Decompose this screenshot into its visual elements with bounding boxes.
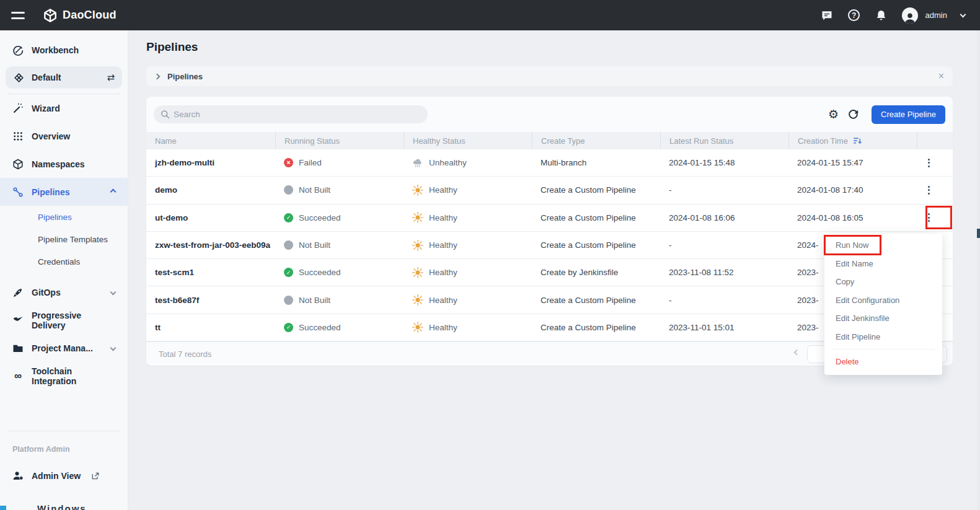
healthy-status-cell: Healthy	[404, 212, 532, 223]
column-header-latest-run-status[interactable]: Latest Run Status	[660, 132, 788, 149]
menu-item-edit-pipeline[interactable]: Edit Pipeline	[824, 328, 942, 346]
column-header-running-status[interactable]: Running Status	[275, 132, 404, 149]
healthy-status-cell: Unhealthy	[404, 157, 532, 169]
sidebar-item-gitops[interactable]: GitOps	[0, 278, 128, 306]
breadcrumb-item[interactable]: Pipelines	[167, 72, 203, 81]
help-icon[interactable]: ?	[847, 9, 861, 22]
row-actions-button[interactable]	[922, 155, 936, 171]
folder-icon	[12, 343, 24, 354]
running-status-cell: Succeeded	[275, 323, 404, 332]
create-type-cell: Create a Custom Pipeline	[532, 185, 660, 195]
healthy-status-cell: Healthy	[404, 322, 532, 333]
context-menu-items: Run NowEdit NameCopyEdit ConfigurationEd…	[824, 236, 942, 346]
column-header-creation-time[interactable]: Creation Time	[788, 132, 917, 149]
table-row[interactable]: jzh-demo-multi Failed Unhealthy Multi-br…	[146, 149, 953, 177]
create-type-cell: Create a Custom Pipeline	[532, 213, 660, 222]
toolbar: ⚙ Create Pipeline	[146, 97, 953, 132]
running-status-cell: Failed	[275, 158, 404, 167]
switch-workspace-icon[interactable]: ⇄	[107, 72, 115, 83]
workspace-selector[interactable]: Default ⇄	[6, 66, 122, 89]
context-menu: Run NowEdit NameCopyEdit ConfigurationEd…	[824, 234, 942, 375]
menu-item-edit-configuration[interactable]: Edit Configuration	[824, 291, 942, 310]
sidebar-item-namespaces[interactable]: Namespaces	[0, 150, 128, 178]
row-actions-button[interactable]	[922, 209, 936, 226]
column-header-create-type[interactable]: Create Type	[532, 132, 660, 149]
running-status-icon	[284, 268, 293, 277]
pipeline-name-cell[interactable]: zxw-test-from-jar-003-eeb09a	[146, 240, 275, 250]
progressive-delivery-icon	[12, 315, 24, 326]
workspace-name: Default	[32, 73, 61, 82]
creation-time-cell: 2024-01-15 15:47	[788, 158, 917, 167]
column-header-name[interactable]: Name	[146, 132, 275, 149]
sidebar-item-progressive-delivery[interactable]: Progressive Delivery	[0, 306, 128, 334]
row-actions-button[interactable]	[922, 182, 936, 198]
workspace-icon	[13, 72, 24, 83]
sun-icon	[412, 212, 423, 223]
chat-icon[interactable]	[820, 9, 834, 22]
table-row[interactable]: ut-demo Succeeded Healthy Create a Custo…	[146, 204, 953, 232]
table-row[interactable]: demo Not Built Healthy Create a Custom P…	[146, 177, 953, 204]
sidebar-subitem-pipelines[interactable]: Pipelines	[0, 206, 128, 228]
sidebar-item-project-management[interactable]: Project Mana...	[0, 334, 128, 362]
pipeline-name-cell[interactable]: test-b6e87f	[146, 296, 275, 305]
healthy-status-cell: Healthy	[404, 240, 532, 251]
sidebar-item-admin-view[interactable]: Admin View	[0, 465, 128, 487]
menu-item-edit-jenkinsfile[interactable]: Edit Jenkinsfile	[824, 309, 942, 328]
toolchain-icon: ∞	[12, 371, 24, 382]
menu-item-edit-name[interactable]: Edit Name	[824, 255, 942, 273]
search-box	[154, 105, 428, 123]
scrollbar-track[interactable]	[977, 30, 980, 510]
menu-item-run-now[interactable]: Run Now	[824, 236, 942, 255]
menu-icon[interactable]	[11, 12, 25, 19]
pipeline-name-cell[interactable]: tt	[146, 323, 275, 332]
page-title: Pipelines	[146, 40, 198, 54]
expand-chevron-icon[interactable]	[110, 289, 117, 296]
sidebar-item-overview[interactable]: Overview	[0, 122, 128, 150]
latest-run-status-cell: -	[660, 185, 788, 195]
column-header-healthy-status[interactable]: Healthy Status	[404, 132, 532, 149]
scrollbar-thumb[interactable]	[977, 229, 980, 238]
brand: DaoCloud	[43, 9, 117, 22]
sidebar-subitem-pipeline-templates[interactable]: Pipeline Templates	[0, 228, 128, 250]
menu-item-copy[interactable]: Copy	[824, 273, 942, 291]
overview-icon	[12, 131, 24, 142]
sidebar-item-toolchain-integration[interactable]: ∞ Toolchain Integration	[0, 362, 128, 390]
sidebar-item-wizard[interactable]: Wizard	[0, 94, 128, 122]
sun-icon	[412, 267, 423, 278]
latest-run-status-cell: -	[660, 240, 788, 250]
workbench-icon	[12, 45, 24, 56]
expand-chevron-icon[interactable]	[110, 345, 117, 351]
app: DaoCloud ? admin Workbench	[0, 0, 980, 510]
healthy-status-cell: Healthy	[404, 185, 532, 196]
bell-icon[interactable]	[875, 9, 888, 22]
external-link-icon	[90, 470, 101, 481]
create-pipeline-button[interactable]: Create Pipeline	[872, 105, 945, 124]
table-header: Name Running Status Healthy Status Creat…	[146, 132, 953, 149]
pipeline-name-cell[interactable]: demo	[146, 185, 275, 195]
pipeline-name-cell[interactable]: ut-demo	[146, 213, 275, 222]
settings-gear-icon[interactable]: ⚙	[828, 108, 839, 120]
running-status-cell: Not Built	[275, 296, 404, 305]
pipeline-name-cell[interactable]: jzh-demo-multi	[146, 158, 275, 167]
sidebar-item-workbench[interactable]: Workbench	[0, 39, 128, 61]
running-status-icon	[284, 296, 293, 305]
sidebar-subitem-credentials[interactable]: Credentials	[0, 250, 128, 273]
sort-descending-icon[interactable]	[853, 137, 862, 145]
collapse-chevron-icon[interactable]	[110, 189, 117, 195]
create-type-cell: Create by Jenkinsfile	[532, 268, 660, 277]
menu-item-delete[interactable]: Delete	[824, 353, 942, 371]
pipeline-name-cell[interactable]: test-scm1	[146, 268, 275, 277]
close-icon[interactable]: ×	[938, 71, 944, 81]
pagination-prev-icon[interactable]	[794, 350, 800, 356]
search-input[interactable]	[154, 105, 428, 123]
healthy-status-cell: Healthy	[404, 267, 532, 278]
refresh-icon[interactable]	[847, 108, 859, 120]
creation-time-cell: 2024-01-08 17:40	[788, 185, 917, 195]
user-menu-chevron-icon[interactable]	[960, 11, 966, 17]
sidebar-item-pipelines[interactable]: Pipelines	[0, 178, 128, 206]
user-avatar[interactable]	[902, 7, 918, 24]
pipelines-icon	[12, 187, 24, 198]
running-status-cell: Not Built	[275, 240, 404, 250]
rain-cloud-icon	[412, 157, 423, 169]
latest-run-status-cell: 2023-11-08 11:52	[660, 268, 788, 277]
